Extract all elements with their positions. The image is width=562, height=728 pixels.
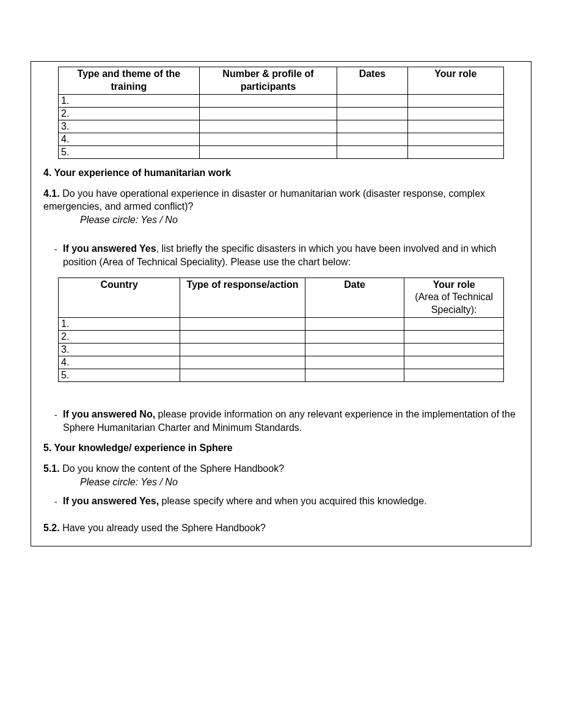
table-row: 1. [59,94,504,107]
cell[interactable] [407,145,503,158]
cell[interactable] [407,94,503,107]
if-no-block: - If you answered No, please provide inf… [43,408,519,434]
cell[interactable] [180,343,305,356]
question-4-1: 4.1. Do you have operational experience … [43,187,519,227]
row-number: 1. [59,317,180,330]
please-circle-instruction: Please circle: Yes / No [43,213,519,227]
row-number: 5. [59,369,180,381]
cell[interactable] [199,94,337,107]
cell[interactable] [305,356,404,369]
if-yes-block-5: - If you answered Yes, please specify wh… [43,495,519,508]
row-number: 3. [59,120,200,133]
question-5-1: 5.1. Do you know the content of the Sphe… [43,462,519,488]
cell[interactable] [199,120,337,133]
cell[interactable] [199,133,337,145]
bold-lead: If you answered Yes [63,243,156,254]
please-circle-instruction: Please circle: Yes / No [43,476,519,489]
cell[interactable] [305,317,404,330]
cell[interactable] [305,343,404,356]
table-row: 3. [59,120,504,133]
if-yes-block: - If you answered Yes, list briefly the … [43,242,519,268]
cell[interactable] [180,369,305,381]
table-row: 4. [59,356,504,369]
question-text: Have you already used the Sphere Handboo… [60,523,266,533]
cell[interactable] [180,317,305,330]
question-number: 5.1. [43,463,60,474]
row-number: 5. [59,145,200,158]
training-col-dates: Dates [337,67,407,95]
cell[interactable] [305,330,404,343]
question-number: 5.2. [43,523,60,533]
row-number: 4. [59,356,180,369]
role-bold: Your role [433,279,475,290]
if-no-text: If you answered No, please provide infor… [63,408,519,434]
question-text: Do you know the content of the Sphere Ha… [60,463,284,474]
cell[interactable] [404,317,504,330]
cell[interactable] [337,133,407,145]
question-5-2: 5.2. Have you already used the Sphere Ha… [43,521,519,535]
question-number: 4.1. [43,188,60,199]
cell[interactable] [404,330,504,343]
row-number: 3. [59,343,180,356]
bold-lead: If you answered No, [63,409,155,419]
table-row: 4. [59,133,504,145]
cell[interactable] [199,145,337,158]
dash-bullet-icon: - [43,495,63,507]
cell[interactable] [337,120,407,133]
cell[interactable] [407,133,503,145]
cell[interactable] [404,343,504,356]
cell[interactable] [337,94,407,107]
cell[interactable] [199,107,337,120]
cell[interactable] [407,107,503,120]
dash-bullet-icon: - [43,408,63,420]
bold-lead: If you answered Yes, [63,496,159,506]
row-number: 1. [59,94,200,107]
if-yes-text-5: If you answered Yes, please specify wher… [63,495,519,508]
cell[interactable] [180,330,305,343]
training-col-participants: Number & profile of participants [199,67,337,95]
cell[interactable] [337,145,407,158]
role-subtext: (Area of Technical Specialty): [415,292,493,315]
rest-text: please specify where and when you acquir… [159,496,427,506]
experience-table: Country Type of response/action Date You… [58,278,504,382]
cell[interactable] [337,107,407,120]
exp-col-country: Country [59,278,180,317]
training-col-type: Type and theme of the training [59,67,200,95]
question-text: Do you have operational experience in di… [43,188,485,212]
training-table: Type and theme of the training Number & … [58,67,504,159]
row-number: 2. [59,330,180,343]
page-frame: Type and theme of the training Number & … [31,61,531,546]
cell[interactable] [404,369,504,381]
training-col-role: Your role [407,67,503,95]
exp-col-date: Date [305,278,404,317]
row-number: 4. [59,133,200,145]
cell[interactable] [180,356,305,369]
dash-bullet-icon: - [43,242,63,254]
exp-col-role: Your role (Area of Technical Specialty): [404,278,504,317]
table-row: 2. [59,107,504,120]
exp-col-type: Type of response/action [180,278,305,317]
cell[interactable] [404,356,504,369]
table-row: 2. [59,330,504,343]
row-number: 2. [59,107,200,120]
if-yes-text: If you answered Yes, list briefly the sp… [63,242,519,268]
table-row: 1. [59,317,504,330]
table-row: 5. [59,369,504,381]
page-content: Type and theme of the training Number & … [31,62,531,546]
section-5-heading: 5. Your knowledge/ experience in Sphere [43,443,519,454]
section-4-heading: 4. Your experience of humanitarian work [43,167,519,178]
cell[interactable] [305,369,404,381]
cell[interactable] [407,120,503,133]
table-row: 5. [59,145,504,158]
table-row: 3. [59,343,504,356]
